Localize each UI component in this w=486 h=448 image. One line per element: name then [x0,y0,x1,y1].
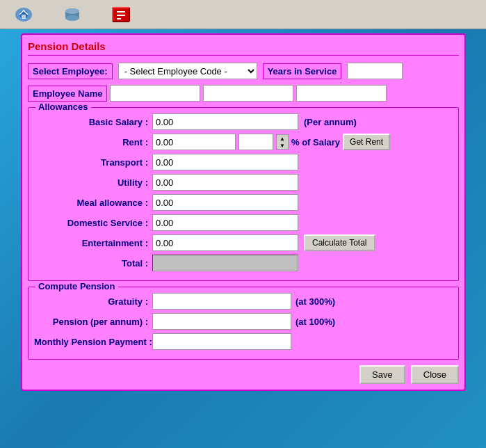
svg-point-5 [65,15,79,21]
pension-per-annum-label: Pension (per annum) : [34,317,152,327]
transport-row: Transport : [34,154,453,170]
basic-salary-input[interactable] [152,113,298,130]
domestic-service-row: Domestic Service : [34,214,453,231]
gratuity-input[interactable] [152,293,291,310]
rent-row: Rent : ▲ ▼ % of Salary Get Rent [34,134,453,150]
employee-code-select[interactable]: - Select Employee Code - [118,63,257,79]
pension-details-dialog: Pension Details Select Employee: - Selec… [21,33,466,391]
dialog-title: Pension Details [28,40,459,56]
total-display [152,255,298,271]
meal-allowance-row: Meal allowance : [34,194,453,211]
gratuity-label: Gratuity : [34,296,152,307]
bottom-buttons: Save Close [28,365,459,384]
per-annum-label: (Per annum) [304,117,357,127]
compute-pension-section: Compute Pension Gratuity : (at 300%) Pen… [28,287,459,360]
entertainment-input[interactable] [152,234,298,251]
employee-name-row: Employee Name [28,85,459,102]
years-in-service-label: Years in Service [263,63,342,79]
rent-input1[interactable] [152,134,236,150]
svg-rect-2 [22,15,26,19]
total-row: Total : [34,255,453,271]
pension-per-annum-input[interactable] [152,313,291,330]
spinner-down-button[interactable]: ▼ [277,142,288,149]
meal-allowance-input[interactable] [152,194,298,211]
gratuity-row: Gratuity : (at 300%) [34,293,453,310]
allowances-legend: Allowances [35,102,91,112]
toolbar [0,0,486,29]
domestic-service-label: Domestic Service : [34,218,152,228]
meal-allowance-label: Meal allowance : [34,198,152,208]
monthly-pension-row: Monthly Pension Payment : [34,333,453,350]
select-employee-label: Select Employee: [28,63,113,79]
get-rent-button[interactable]: Get Rent [343,134,390,150]
at-100-label: (at 100%) [295,317,335,327]
select-employee-row: Select Employee: - Select Employee Code … [28,63,459,79]
pct-salary-label: % of Salary [291,137,340,147]
entertainment-label: Entertainment : [34,238,152,248]
close-button[interactable]: Close [411,365,459,384]
calculate-total-button[interactable]: Calculate Total [304,234,375,251]
allowances-section: Allowances Basic Salary : (Per annum) Re… [28,107,459,281]
transport-label: Transport : [34,157,152,168]
emp-name-field3[interactable] [296,85,387,102]
employee-name-label: Employee Name [28,86,107,102]
basic-salary-label: Basic Salary : [34,117,152,127]
domestic-service-input[interactable] [152,214,298,231]
edit-icon [110,5,132,24]
entertainment-row: Entertainment : Calculate Total [34,234,453,251]
pension-per-annum-row: Pension (per annum) : (at 100%) [34,313,453,330]
home-icon [13,5,35,24]
emp-name-field2[interactable] [203,85,293,102]
rent-input2[interactable] [238,134,273,150]
monthly-pension-input[interactable] [152,333,291,350]
emp-name-field1[interactable] [110,85,200,102]
basic-salary-row: Basic Salary : (Per annum) [34,113,453,130]
rent-label: Rent : [34,137,152,147]
utility-label: Utility : [34,177,152,188]
at-300-label: (at 300%) [295,296,335,307]
monthly-pension-label: Monthly Pension Payment : [34,337,152,347]
svg-point-6 [65,8,79,14]
total-label: Total : [34,258,152,269]
home-button[interactable] [3,5,44,24]
years-in-service-input[interactable] [347,63,403,79]
database-icon [61,5,83,24]
utility-row: Utility : [34,174,453,191]
edit-button[interactable] [100,5,142,24]
utility-input[interactable] [152,174,298,191]
compute-pension-legend: Compute Pension [35,281,118,291]
transport-input[interactable] [152,154,298,170]
save-button[interactable]: Save [359,365,405,384]
rent-spinner[interactable]: ▲ ▼ [276,134,289,150]
calculate-pension-button[interactable] [51,5,93,24]
spinner-up-button[interactable]: ▲ [277,135,288,142]
